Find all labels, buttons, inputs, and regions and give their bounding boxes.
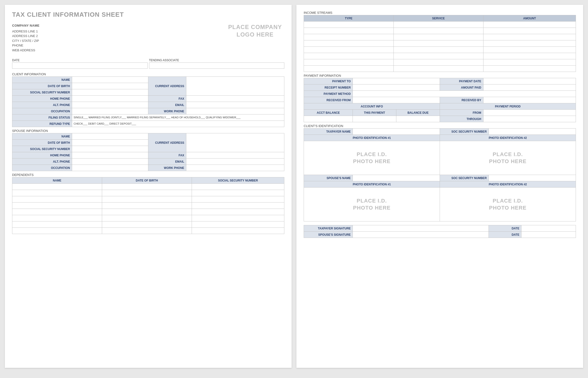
photo-placeholder-2[interactable]: PLACE I.D.PHOTO HERE xyxy=(440,141,576,175)
input-taxpayer-name[interactable] xyxy=(353,129,440,135)
input-spouse-fax[interactable] xyxy=(186,152,284,159)
table-row[interactable] xyxy=(304,34,576,40)
label-amount-paid: AMOUNT PAID xyxy=(440,84,483,91)
input-dob[interactable] xyxy=(72,83,148,89)
input-payment-date[interactable] xyxy=(483,78,576,84)
input-spouse-name[interactable] xyxy=(72,133,148,140)
label-spouse-ssn: SOCIAL SECURITY NUMBER xyxy=(12,146,72,152)
input-ssn[interactable] xyxy=(72,89,148,95)
table-row[interactable] xyxy=(12,215,284,221)
label-email: EMAIL xyxy=(148,102,186,108)
label-received-by: RECEIVED BY xyxy=(440,97,483,103)
label-acct-balance: ACCT BALANCE xyxy=(304,110,353,116)
table-row[interactable] xyxy=(12,202,284,209)
input-spouse-ssn[interactable] xyxy=(72,146,148,152)
table-row[interactable] xyxy=(12,190,284,196)
table-row[interactable] xyxy=(304,53,576,59)
input-received-by[interactable] xyxy=(483,97,576,103)
table-row[interactable] xyxy=(304,28,576,34)
dep-hdr-name: NAME xyxy=(12,177,102,184)
label-balance-due: BALANCE DUE xyxy=(396,110,440,116)
table-row[interactable] xyxy=(12,228,284,234)
income-hdr-service: SERVICE xyxy=(393,15,483,22)
payment-table: PAYMENT TO PAYMENT DATE RECEIPT NUMBER A… xyxy=(304,78,576,122)
input-received-from[interactable] xyxy=(353,97,440,103)
photo-placeholder-1[interactable]: PLACE I.D.PHOTO HERE xyxy=(304,141,440,175)
label-spouse-address: CURRENT ADDRESS xyxy=(148,133,186,152)
tending-associate-field[interactable]: TENDING ASSOCIATE xyxy=(149,59,285,69)
input-balance-due[interactable] xyxy=(396,116,440,122)
refund-type-options[interactable]: CHECK___ DEBIT CARD___ DIRECT DEPOSIT___ xyxy=(72,121,284,127)
table-row[interactable] xyxy=(12,196,284,202)
table-row[interactable] xyxy=(12,209,284,215)
label-alt-phone: ALT. PHONE xyxy=(12,102,72,108)
section-client-id: CLIENT'S IDENTIFICATION xyxy=(304,124,576,128)
input-payment-to[interactable] xyxy=(353,78,440,84)
input-name[interactable] xyxy=(72,77,148,83)
input-sig-date-2[interactable] xyxy=(521,232,576,238)
input-alt-phone[interactable] xyxy=(72,102,148,108)
page-title: TAX CLIENT INFORMATION SHEET xyxy=(12,11,284,18)
table-row[interactable] xyxy=(304,59,576,66)
input-payment-method[interactable] xyxy=(353,91,576,97)
label-soc-sec-2: SOC SECURITY NUMBER xyxy=(440,175,489,181)
label-spouse-dob: DATE OF BIRTH xyxy=(12,140,72,146)
company-addr1: ADDRESS LINE 1 xyxy=(12,29,40,34)
photo-placeholder-4[interactable]: PLACE I.D.PHOTO HERE xyxy=(440,188,576,221)
date-field[interactable]: DATE xyxy=(12,59,147,69)
input-spouse-occ[interactable] xyxy=(72,165,148,171)
table-row[interactable] xyxy=(12,184,284,190)
input-fax[interactable] xyxy=(186,95,284,102)
input-from[interactable] xyxy=(483,110,576,116)
input-email[interactable] xyxy=(186,102,284,108)
spouse-info-table: NAME CURRENT ADDRESS DATE OF BIRTH SOCIA… xyxy=(12,133,284,171)
input-occupation[interactable] xyxy=(72,108,148,114)
input-spouse-dob[interactable] xyxy=(72,140,148,146)
input-soc-sec-2[interactable] xyxy=(489,175,576,181)
label-payment-to: PAYMENT TO xyxy=(304,78,353,84)
filing-status-options[interactable]: SINGLE___ MARRIED FILING JOINTLY___ MARR… xyxy=(72,114,284,121)
input-spouses-name[interactable] xyxy=(353,175,440,181)
label-filing-status: FILING STATUS xyxy=(12,114,72,121)
input-spouse-work[interactable] xyxy=(186,165,284,171)
table-row[interactable] xyxy=(304,47,576,53)
input-through[interactable] xyxy=(483,116,576,122)
input-spouse-email[interactable] xyxy=(186,159,284,165)
table-row[interactable] xyxy=(12,221,284,228)
input-spouses-sig[interactable] xyxy=(353,232,489,238)
label-current-address: CURRENT ADDRESS xyxy=(148,77,186,95)
client-info-table: NAME CURRENT ADDRESS DATE OF BIRTH SOCIA… xyxy=(12,77,284,127)
input-sig-date-1[interactable] xyxy=(521,225,576,232)
label-home-phone: HOME PHONE xyxy=(12,95,72,102)
input-work-phone[interactable] xyxy=(186,108,284,114)
input-spouse-alt[interactable] xyxy=(72,159,148,165)
company-addr2: ADDRESS LINE 2 xyxy=(12,34,40,39)
table-row[interactable] xyxy=(304,66,576,72)
income-hdr-type: TYPE xyxy=(304,15,394,22)
label-taxpayer-name: TAXPAYER NAME xyxy=(304,129,353,135)
input-soc-sec[interactable] xyxy=(489,129,576,135)
dep-hdr-dob: DATE OF BIRTH xyxy=(102,177,192,184)
table-row[interactable] xyxy=(304,22,576,28)
section-spouse-info: SPOUSE INFORMATION xyxy=(12,129,284,133)
client-id-table: TAXPAYER NAME SOC SECURITY NUMBER PHOTO … xyxy=(304,128,576,221)
company-name: COMPANY NAME xyxy=(12,23,40,28)
input-receipt[interactable] xyxy=(353,84,440,91)
input-home-phone[interactable] xyxy=(72,95,148,102)
input-spouse-address[interactable] xyxy=(186,133,284,152)
page-2: INCOME STREAMS TYPE SERVICE AMOUNT PAYME… xyxy=(296,5,583,368)
label-account-info: ACCOUNT INFO xyxy=(304,103,440,110)
input-this-payment[interactable] xyxy=(353,116,396,122)
section-dependents: DEPENDENTS xyxy=(12,173,284,177)
table-row[interactable] xyxy=(304,40,576,47)
input-spouse-home[interactable] xyxy=(72,152,148,159)
input-taxpayer-sig[interactable] xyxy=(353,225,489,232)
dep-hdr-ssn: SOCIAL SECURITY NUMBER xyxy=(192,177,284,184)
label-occupation: OCCUPATION xyxy=(12,108,72,114)
input-current-address[interactable] xyxy=(186,77,284,95)
company-header: COMPANY NAME ADDRESS LINE 1 ADDRESS LINE… xyxy=(12,23,284,53)
label-receipt: RECEIPT NUMBER xyxy=(304,84,353,91)
photo-placeholder-3[interactable]: PLACE I.D.PHOTO HERE xyxy=(304,188,440,221)
input-amount-paid[interactable] xyxy=(483,84,576,91)
input-acct-balance[interactable] xyxy=(304,116,353,122)
